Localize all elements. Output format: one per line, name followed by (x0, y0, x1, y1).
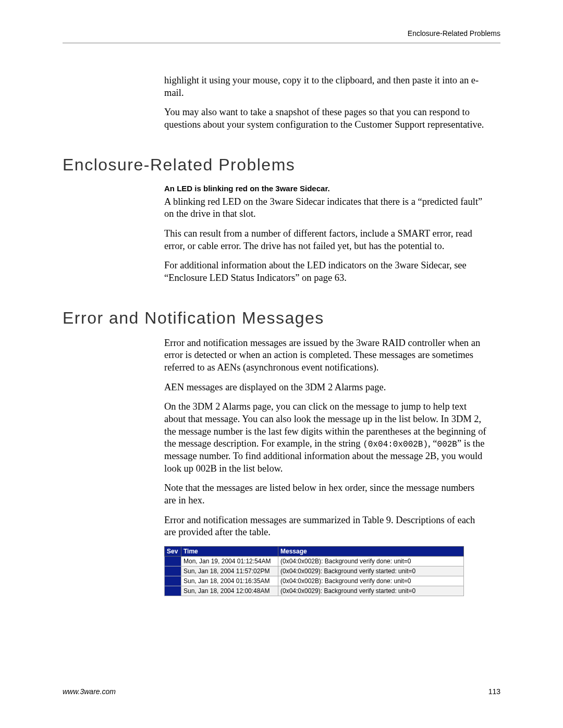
sev-cell (165, 586, 181, 596)
intro-paragraph-1: highlight it using your mouse, copy it t… (164, 75, 488, 99)
error-paragraph-2: AEN messages are displayed on the 3DM 2 … (164, 381, 488, 394)
enclosure-paragraph-1: A blinking red LED on the 3ware Sidecar … (164, 196, 488, 220)
time-cell: Sun, Jan 18, 2004 12:00:48AM (181, 586, 278, 596)
error-paragraph-1: Error and notification messages are issu… (164, 337, 488, 374)
time-cell: Mon, Jan 19, 2004 01:12:54AM (181, 557, 278, 566)
section-heading-error: Error and Notification Messages (63, 309, 500, 328)
header-rule (63, 43, 500, 43)
error-p3-mid: , “ (428, 438, 437, 449)
running-header: Enclosure-Related Problems (63, 29, 500, 38)
sev-cell (165, 576, 181, 586)
message-cell: (0x04:0x0029): Background verify started… (278, 566, 464, 576)
col-header-sev: Sev (165, 547, 181, 557)
error-paragraph-5: Error and notification messages are summ… (164, 514, 488, 539)
table-header-row: Sev Time Message (165, 547, 464, 557)
subheading-led: An LED is blinking red on the 3ware Side… (164, 184, 488, 193)
footer-site: www.3ware.com (63, 687, 116, 696)
table-row: Sun, Jan 18, 2004 12:00:48AM (0x04:0x002… (165, 586, 464, 596)
col-header-time: Time (181, 547, 278, 557)
message-cell: (0x04:0x0029): Background verify started… (278, 586, 464, 596)
time-cell: Sun, Jan 18, 2004 01:16:35AM (181, 576, 278, 586)
section-heading-enclosure: Enclosure-Related Problems (63, 155, 500, 175)
message-cell: (0x04:0x002B): Background verify done: u… (278, 557, 464, 566)
table-row: Sun, Jan 18, 2004 01:16:35AM (0x04:0x002… (165, 576, 464, 586)
error-paragraph-4: Note that the messages are listed below … (164, 482, 488, 507)
error-paragraph-3: On the 3DM 2 Alarms page, you can click … (164, 401, 488, 475)
footer-page: 113 (488, 687, 500, 696)
code-example-1: (0x04:0x002B) (363, 440, 428, 449)
message-cell: (0x04:0x002B): Background verify done: u… (278, 576, 464, 586)
sev-cell (165, 566, 181, 576)
intro-paragraph-2: You may also want to take a snapshot of … (164, 106, 488, 131)
table-row: Sun, Jan 18, 2004 11:57:02PM (0x04:0x002… (165, 566, 464, 576)
col-header-message: Message (278, 547, 464, 557)
enclosure-paragraph-3: For additional information about the LED… (164, 260, 488, 284)
time-cell: Sun, Jan 18, 2004 11:57:02PM (181, 566, 278, 576)
alarms-table: Sev Time Message Mon, Jan 19, 2004 01:12… (164, 546, 464, 596)
table-row: Mon, Jan 19, 2004 01:12:54AM (0x04:0x002… (165, 557, 464, 566)
sev-cell (165, 557, 181, 566)
code-example-2: 002B (437, 440, 457, 449)
enclosure-paragraph-2: This can result from a number of differe… (164, 228, 488, 252)
